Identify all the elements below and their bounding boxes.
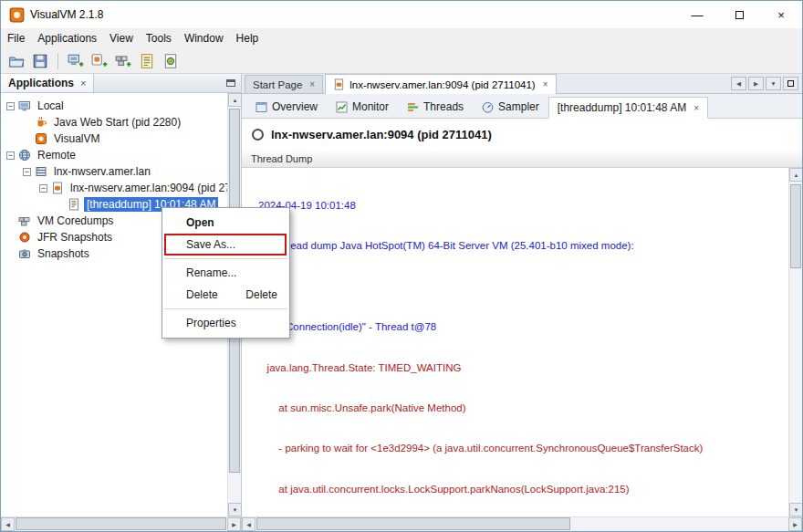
scroll-left-button[interactable]: ◀ bbox=[1, 517, 15, 531]
minimize-icon: — bbox=[692, 8, 704, 22]
add-vm-coredump-button[interactable] bbox=[112, 50, 134, 72]
thread-dump-text[interactable]: 2024-04-19 10:01:48 Full thread dump Jav… bbox=[242, 168, 788, 516]
coredump-icon bbox=[18, 214, 31, 227]
arrow-right-icon: ▶ bbox=[232, 521, 236, 527]
tab-threads[interactable]: Threads bbox=[398, 96, 473, 118]
tree-item-local[interactable]: − Local bbox=[1, 98, 227, 114]
add-remote-host-button[interactable] bbox=[65, 50, 87, 72]
tab-label: Sampler bbox=[498, 100, 539, 113]
visualvm-window: VisualVM 2.1.8 — × File Applications Vie… bbox=[0, 0, 803, 532]
tab-monitor[interactable]: Monitor bbox=[327, 96, 398, 118]
minimize-button[interactable]: — bbox=[676, 1, 718, 28]
scroll-up-button[interactable]: ▲ bbox=[789, 168, 803, 182]
menu-item-open[interactable]: Open bbox=[162, 212, 289, 234]
tab-overview[interactable]: Overview bbox=[246, 96, 327, 118]
monitor-chart-icon bbox=[336, 101, 348, 113]
scroll-down-button[interactable]: ▼ bbox=[789, 503, 803, 516]
arrow-left-icon: ◀ bbox=[5, 521, 10, 527]
tree-item-label: Local bbox=[35, 99, 67, 113]
scroll-left-button[interactable]: ◀ bbox=[242, 517, 256, 531]
take-thread-dump-button[interactable] bbox=[136, 50, 158, 72]
tab-close-icon[interactable]: × bbox=[694, 103, 699, 113]
thread-dump-section-header: Thread Dump bbox=[242, 150, 802, 168]
tab-list-button[interactable]: ▼ bbox=[766, 77, 781, 90]
tree-item-label: lnx-nwserv.amer.lan:9094 (pid 2711041) bbox=[68, 181, 227, 195]
collapse-handle-icon[interactable]: − bbox=[6, 102, 15, 110]
applications-panel-tab[interactable]: Applications × bbox=[1, 74, 94, 92]
scroll-tabs-right-button[interactable]: ▶ bbox=[748, 77, 764, 90]
add-remote-host-icon bbox=[68, 53, 84, 69]
tab-sampler[interactable]: Sampler bbox=[473, 96, 548, 118]
menu-item-save-as[interactable]: Save As... bbox=[162, 234, 289, 256]
maximize-button[interactable] bbox=[718, 1, 760, 28]
scroll-right-button[interactable]: ▶ bbox=[788, 517, 802, 531]
take-heap-dump-button[interactable] bbox=[160, 50, 182, 72]
titlebar[interactable]: VisualVM 2.1.8 — × bbox=[1, 1, 802, 28]
tab-label: Monitor bbox=[352, 100, 389, 113]
menu-help[interactable]: Help bbox=[230, 29, 266, 47]
jfr-icon bbox=[18, 231, 31, 244]
visualvm-logo-icon bbox=[9, 7, 25, 23]
menu-file[interactable]: File bbox=[1, 29, 31, 47]
menu-item-delete[interactable]: Delete Delete bbox=[162, 284, 289, 306]
load-snapshot-button[interactable] bbox=[5, 50, 27, 72]
tab-bar-controls: ◀ ▶ ▼ bbox=[731, 77, 802, 93]
visualvm-icon bbox=[35, 132, 47, 145]
thread-dump-file-icon bbox=[68, 198, 80, 211]
scrollbar-thumb[interactable] bbox=[790, 184, 801, 268]
tab-close-icon[interactable]: × bbox=[309, 79, 315, 89]
scrollbar-thumb[interactable] bbox=[16, 517, 226, 530]
camera-snapshot-icon bbox=[18, 247, 31, 260]
menu-item-properties[interactable]: Properties bbox=[162, 312, 289, 334]
scroll-tabs-left-button[interactable]: ◀ bbox=[731, 77, 746, 90]
window-title: VisualVM 2.1.8 bbox=[30, 8, 104, 21]
context-menu: Open Save As... Rename... Delete Delete … bbox=[162, 207, 290, 339]
sidebar-horizontal-scrollbar[interactable]: ◀ ▶ bbox=[1, 516, 241, 531]
network-globe-icon bbox=[18, 149, 31, 162]
applications-panel-header: Applications × bbox=[1, 74, 241, 93]
scroll-right-button[interactable]: ▶ bbox=[227, 517, 241, 531]
tree-item-remote[interactable]: − Remote bbox=[1, 147, 227, 163]
collapse-handle-icon[interactable]: − bbox=[6, 151, 15, 160]
tab-label: [threaddump] 10:01:48 AM bbox=[558, 101, 686, 114]
dump-line: 2024-04-19 10:01:48 bbox=[258, 198, 788, 213]
tree-item-visualvm[interactable]: − VisualVM bbox=[1, 130, 227, 147]
menu-applications[interactable]: Applications bbox=[31, 29, 103, 47]
menu-tools[interactable]: Tools bbox=[140, 29, 178, 47]
tree-item-remote-host[interactable]: − lnx-nwserv.amer.lan bbox=[1, 163, 227, 180]
tab-start-page[interactable]: Start Page × bbox=[245, 75, 323, 93]
save-snapshot-button[interactable] bbox=[29, 50, 51, 72]
tree-item-jmx-connection[interactable]: − lnx-nwserv.amer.lan:9094 (pid 2711041) bbox=[1, 180, 227, 196]
close-button[interactable]: × bbox=[760, 1, 802, 28]
dump-vertical-scrollbar[interactable]: ▲ ▼ bbox=[788, 168, 802, 516]
application-title: lnx-nwserv.amer.lan:9094 (pid 2711041) bbox=[271, 128, 492, 141]
tab-label: lnx-nwserv.amer.lan:9094 (pid 2711041) bbox=[349, 79, 536, 90]
scrollbar-track[interactable] bbox=[789, 182, 802, 503]
panel-close-icon[interactable]: × bbox=[80, 78, 86, 89]
tree-item-label: Remote bbox=[35, 148, 78, 162]
dump-horizontal-scrollbar[interactable]: ◀ ▶ bbox=[242, 516, 802, 531]
dump-line: java.lang.Thread.State: TIMED_WAITING bbox=[258, 360, 788, 375]
menu-view[interactable]: View bbox=[103, 29, 140, 47]
add-jmx-connection-button[interactable] bbox=[89, 50, 110, 72]
menu-window[interactable]: Window bbox=[178, 29, 230, 47]
arrow-up-icon: ▲ bbox=[233, 98, 238, 103]
tab-threaddump[interactable]: [threaddump] 10:01:48 AM × bbox=[548, 97, 708, 119]
section-title: Thread Dump bbox=[251, 153, 312, 164]
tree-item-java-web-start[interactable]: − Java Web Start (pid 2280) bbox=[1, 114, 227, 130]
tab-jmx-connection[interactable]: lnx-nwserv.amer.lan:9094 (pid 2711041) × bbox=[325, 74, 556, 94]
scroll-down-button[interactable]: ▼ bbox=[228, 503, 242, 516]
scroll-up-button[interactable]: ▲ bbox=[228, 93, 242, 107]
dump-line: Full thread dump Java HotSpot(TM) 64-Bit… bbox=[258, 238, 788, 253]
collapse-handle-icon[interactable]: − bbox=[39, 184, 47, 193]
minimize-panel-button[interactable] bbox=[221, 74, 241, 92]
menu-item-label: Open bbox=[186, 216, 214, 229]
tab-close-icon[interactable]: × bbox=[543, 79, 548, 89]
tree-item-label: Java Web Start (pid 2280) bbox=[51, 115, 183, 130]
collapse-handle-icon[interactable]: − bbox=[23, 168, 31, 176]
maximize-view-button[interactable] bbox=[783, 77, 798, 90]
window-controls: — × bbox=[676, 1, 802, 28]
tree-item-label: VisualVM bbox=[51, 131, 102, 146]
menu-item-rename[interactable]: Rename... bbox=[162, 262, 289, 284]
scrollbar-thumb[interactable] bbox=[256, 517, 570, 530]
